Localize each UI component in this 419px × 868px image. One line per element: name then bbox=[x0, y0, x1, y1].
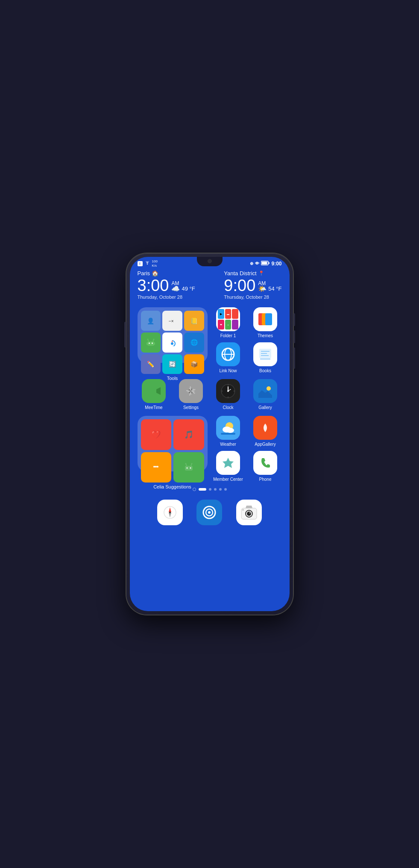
phone-app[interactable]: Phone bbox=[249, 451, 282, 482]
paris-city-name: Paris 🏠 bbox=[138, 270, 195, 277]
linknow-icon bbox=[216, 342, 240, 366]
celia-folder[interactable]: ❤️ 🎵 bbox=[138, 416, 208, 471]
left-button[interactable] bbox=[124, 322, 126, 347]
folder-worldclock-icon: 🌐 bbox=[184, 332, 204, 353]
svg-point-50 bbox=[190, 468, 191, 469]
weather-app[interactable]: Weather bbox=[212, 416, 245, 447]
svg-marker-29 bbox=[156, 387, 161, 395]
celia-droid-icon bbox=[173, 452, 204, 483]
meetime-icon bbox=[142, 379, 166, 403]
volume-up-button[interactable] bbox=[293, 313, 295, 326]
appgallery-label: AppGallery bbox=[255, 442, 275, 447]
svg-point-67 bbox=[169, 512, 171, 513]
gallery-icon bbox=[253, 379, 277, 403]
paris-time: 3:00 bbox=[138, 277, 169, 294]
books-icon bbox=[253, 342, 277, 366]
svg-rect-62 bbox=[258, 456, 272, 470]
books-app[interactable]: Books bbox=[249, 342, 282, 373]
vpn-icon: ⊕ bbox=[250, 261, 253, 266]
settings-app[interactable]: Settings bbox=[175, 379, 208, 410]
home-icon: 🏠 bbox=[152, 270, 158, 277]
svg-text:+═: +═ bbox=[169, 324, 175, 324]
svg-rect-19 bbox=[265, 313, 272, 325]
page-dot-3[interactable] bbox=[214, 488, 217, 491]
page-dot-active[interactable] bbox=[199, 488, 206, 491]
clock-widget: Paris 🏠 3:00 AM ☁️ 49 °F Thurs bbox=[138, 268, 282, 300]
dock-camera[interactable] bbox=[236, 500, 262, 525]
f1-icon4: ❤ bbox=[218, 320, 224, 330]
themes-app[interactable]: Themes bbox=[249, 307, 282, 338]
member-icon bbox=[216, 451, 240, 475]
yanta-date: Thursday, October 28 bbox=[224, 294, 281, 300]
camera-dot bbox=[208, 259, 212, 263]
gallery-app[interactable]: Gallery bbox=[249, 379, 282, 410]
f1-icon2: ▬ bbox=[225, 309, 231, 319]
f1-icon1: ▶ bbox=[218, 309, 224, 319]
weather-label: Weather bbox=[220, 442, 236, 447]
svg-point-6 bbox=[149, 343, 150, 344]
meetime-app[interactable]: MeeTime bbox=[138, 379, 170, 410]
page-dot-5[interactable] bbox=[224, 488, 227, 491]
dock bbox=[138, 495, 282, 530]
folder1-label: Folder 1 bbox=[220, 333, 236, 338]
folder-notes-icon: 📒 bbox=[184, 311, 204, 331]
wifi-icon bbox=[144, 261, 150, 266]
clock-app[interactable]: Clock bbox=[212, 379, 245, 410]
dock-assistant[interactable] bbox=[196, 500, 222, 525]
battery-icon bbox=[261, 261, 270, 266]
linknow-app[interactable]: Link Now bbox=[212, 342, 245, 373]
celia-folder-grid: ❤️ 🎵 bbox=[141, 419, 204, 483]
yanta-weather-icon: 🌤️ bbox=[258, 285, 267, 293]
assistant-icon bbox=[196, 500, 222, 525]
svg-point-46 bbox=[155, 466, 157, 468]
celia-health-icon: ❤️ bbox=[141, 419, 172, 450]
folder-rocket-icon: ✏️ bbox=[141, 354, 161, 374]
dock-compass[interactable] bbox=[157, 500, 183, 525]
exclamation-icon: ! bbox=[138, 261, 143, 266]
svg-point-38 bbox=[228, 385, 229, 385]
appgallery-app[interactable]: AppGallery bbox=[249, 416, 282, 447]
svg-point-7 bbox=[152, 343, 153, 344]
books-label: Books bbox=[259, 368, 271, 373]
svg-point-41 bbox=[234, 391, 234, 391]
themes-label: Themes bbox=[258, 333, 273, 338]
meetime-label: MeeTime bbox=[145, 405, 162, 410]
folder-contacts-icon: 👤 bbox=[141, 311, 161, 331]
svg-point-70 bbox=[208, 511, 211, 514]
f1-icon5: + bbox=[225, 320, 231, 330]
phone-label: Phone bbox=[259, 477, 272, 482]
yanta-time: 9:00 bbox=[224, 277, 255, 294]
svg-rect-27 bbox=[260, 358, 270, 360]
power-button[interactable] bbox=[293, 347, 295, 369]
camera-icon bbox=[236, 500, 262, 525]
themes-icon bbox=[253, 307, 277, 331]
folder-transfer-icon: 🔄 bbox=[162, 354, 182, 374]
svg-point-53 bbox=[185, 463, 186, 465]
paris-date: Thursday, October 28 bbox=[138, 294, 195, 300]
svg-point-45 bbox=[153, 466, 155, 468]
page-dot-4[interactable] bbox=[219, 488, 222, 491]
tools-folder[interactable]: 👤 −× +═ 📒 bbox=[138, 307, 208, 363]
screen-content: Paris 🏠 3:00 AM ☁️ 49 °F Thurs bbox=[130, 268, 290, 610]
member-center-app[interactable]: Member Center bbox=[212, 451, 245, 482]
svg-point-40 bbox=[222, 391, 223, 391]
paris-label: Paris bbox=[138, 270, 150, 277]
svg-point-11 bbox=[153, 339, 154, 340]
volume-down-button[interactable] bbox=[293, 330, 295, 343]
folder-box-icon: 📦 bbox=[184, 354, 204, 374]
settings-label: Settings bbox=[183, 405, 199, 410]
folder-calc-icon: −× +═ bbox=[162, 311, 182, 331]
folder1-app[interactable]: ▶ ▬ ❤ + Folder 1 bbox=[212, 307, 245, 338]
svg-point-49 bbox=[186, 468, 188, 469]
yanta-temp: 54 °F bbox=[268, 285, 281, 292]
celia-music-icon: 🎵 bbox=[173, 419, 204, 450]
f1-icon3 bbox=[232, 309, 238, 319]
mic-dot bbox=[193, 488, 196, 491]
paris-clock: Paris 🏠 3:00 AM ☁️ 49 °F Thurs bbox=[138, 270, 195, 300]
svg-rect-28 bbox=[147, 387, 156, 395]
compass-icon bbox=[157, 500, 183, 525]
page-dot-2[interactable] bbox=[209, 488, 211, 491]
weather-icon-app bbox=[216, 416, 240, 440]
settings-icon bbox=[179, 379, 203, 403]
celia-chat-icon bbox=[141, 452, 172, 483]
